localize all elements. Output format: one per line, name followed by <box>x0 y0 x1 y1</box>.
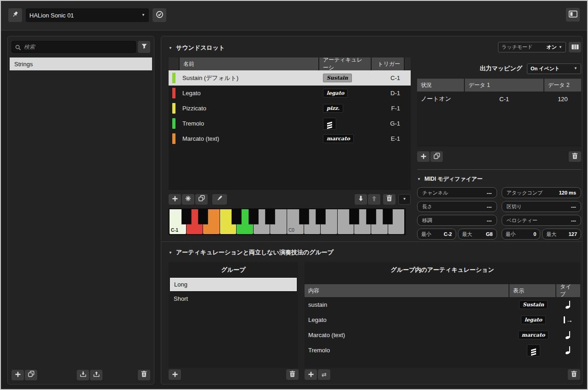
slot-options-button[interactable]: ▼ <box>398 194 411 205</box>
piano-black-key[interactable] <box>299 209 309 224</box>
latch-mode-control[interactable]: ラッチモード オン ▼ <box>498 42 566 52</box>
panel-layout-icon <box>569 11 577 19</box>
channel-field[interactable]: チャンネル --- <box>417 187 497 198</box>
velocity-field[interactable]: ベロシティー --- <box>502 215 582 226</box>
delete-mapping-button[interactable] <box>569 151 581 162</box>
keyboard-display-button[interactable] <box>569 42 581 52</box>
move-slot-down-button[interactable] <box>355 194 367 205</box>
collapse-icon[interactable]: ▼ <box>417 177 421 181</box>
plus-icon <box>15 371 21 379</box>
articulation-badge: marcato <box>323 134 354 143</box>
key-label: C0 <box>288 228 294 233</box>
search-input[interactable] <box>11 41 136 53</box>
duplicate-mapping-button[interactable] <box>430 151 443 162</box>
piano-black-key[interactable] <box>265 209 275 224</box>
chevron-down-icon: ▼ <box>403 197 407 201</box>
articulation-row[interactable]: Marcato (text) marcato <box>305 327 580 343</box>
latch-mode-label: ラッチモード <box>502 44 532 51</box>
length-field[interactable]: 長さ --- <box>417 201 497 212</box>
transpose-field[interactable]: 移調 --- <box>417 215 497 226</box>
piano-black-key[interactable] <box>249 209 259 224</box>
add-articulation-to-group-button[interactable] <box>305 369 317 380</box>
slot-color-swatch <box>172 103 175 114</box>
group-item[interactable]: Long <box>170 278 297 291</box>
filter-button[interactable] <box>138 41 150 53</box>
piano-black-key[interactable] <box>198 209 208 224</box>
slot-trigger: C-1 <box>373 75 405 81</box>
import-map-button[interactable] <box>77 370 89 380</box>
plus-icon <box>421 153 426 161</box>
mapping-status: ノートオン <box>417 95 464 103</box>
min-velocity-field[interactable]: 最小 0 <box>502 229 541 240</box>
duplicate-map-button[interactable] <box>25 370 37 380</box>
articulation-badge: Sustain <box>323 74 352 82</box>
pin-icon <box>12 11 19 20</box>
slot-row[interactable]: Legato legato D-1 <box>169 86 411 101</box>
event-selector[interactable]: On イベント ▼ <box>527 63 581 74</box>
max-pitch-field[interactable]: 最大 G8 <box>458 229 497 240</box>
tremolo-articulation-icon <box>323 118 336 130</box>
group-item[interactable]: Short <box>170 292 297 305</box>
add-map-button[interactable] <box>11 370 24 380</box>
slot-color-swatch <box>172 118 175 129</box>
delete-group-articulation-button[interactable] <box>568 369 580 380</box>
slot-row[interactable]: Pizzicato pizz. F-1 <box>169 101 411 116</box>
add-multiple-slots-button[interactable] <box>182 194 194 205</box>
slot-row[interactable]: Marcato (text) marcato E-1 <box>169 131 411 146</box>
delete-slot-button[interactable] <box>383 194 396 205</box>
sound-slot-table: 名前 アーティキュレーシ トリガー Sustain (デフォルト) Sustai… <box>169 57 411 190</box>
slot-name: Legato <box>179 90 321 97</box>
edit-slot-button[interactable] <box>212 194 227 205</box>
piano-black-key[interactable] <box>232 209 242 224</box>
map-list-item[interactable]: Strings <box>10 57 152 70</box>
asterisk-icon <box>185 195 191 203</box>
piano-black-key[interactable] <box>349 209 359 224</box>
direction-icon: → <box>564 316 573 323</box>
piano-black-key[interactable] <box>181 209 192 224</box>
trash-icon <box>386 195 392 203</box>
duplicate-icon <box>28 371 34 379</box>
articulation-table-header: 内容 表示 タイプ <box>305 284 580 297</box>
slot-row[interactable]: Sustain (デフォルト) Sustain C-1 <box>169 70 411 86</box>
piano-black-key[interactable] <box>383 209 393 224</box>
separator-field[interactable]: 区切り --- <box>502 201 582 212</box>
slot-row[interactable]: Tremolo G-1 <box>169 116 411 131</box>
piano-black-key[interactable] <box>316 209 326 224</box>
output-mapping-row[interactable]: ノートオン C-1 120 <box>417 92 581 106</box>
export-map-button[interactable] <box>90 370 102 380</box>
add-mapping-button[interactable] <box>417 151 430 162</box>
delete-group-button[interactable] <box>286 369 299 380</box>
output-mapping-header: 状況 データ 1 データ 2 <box>417 79 581 92</box>
key-label: C-1 <box>171 228 178 233</box>
min-pitch-field[interactable]: 最小 C-2 <box>417 229 456 240</box>
attack-comp-field[interactable]: アタックコンプ 120 ms <box>502 187 582 198</box>
collapse-icon[interactable]: ▼ <box>169 251 172 255</box>
trash-icon <box>571 371 577 379</box>
search-icon <box>15 44 22 52</box>
chevron-down-icon: ▼ <box>559 46 562 49</box>
collapse-icon[interactable]: ▼ <box>169 46 172 50</box>
delete-map-button[interactable] <box>138 370 150 380</box>
duplicate-slot-button[interactable] <box>195 194 208 205</box>
group-articulations-header: グループ内のアーティキュレーション <box>305 262 580 278</box>
arrow-down-icon <box>358 195 364 203</box>
max-velocity-field[interactable]: 最大 127 <box>542 229 581 240</box>
type-column-header: タイプ <box>556 284 580 297</box>
move-slot-up-button[interactable] <box>368 194 380 205</box>
move-articulation-button[interactable]: ⇄ <box>318 369 330 380</box>
plus-icon <box>172 371 178 379</box>
add-group-button[interactable] <box>169 369 181 380</box>
note-icon <box>565 331 571 339</box>
editor-layout-button[interactable] <box>566 8 580 22</box>
pin-button[interactable] <box>8 8 22 22</box>
articulation-row[interactable]: Tremolo <box>305 343 580 358</box>
data1-column-header: データ 1 <box>465 79 543 92</box>
plugin-selector[interactable]: HALion Sonic 01 ▼ <box>26 8 149 22</box>
duplicate-icon <box>434 153 440 161</box>
slot-trigger: E-1 <box>373 135 405 142</box>
apply-button[interactable] <box>153 8 166 22</box>
add-slot-button[interactable] <box>169 194 181 205</box>
piano-black-key[interactable] <box>366 209 376 224</box>
articulation-row[interactable]: sustain Sustain <box>305 297 580 312</box>
articulation-row[interactable]: Legato legato → <box>305 312 580 327</box>
